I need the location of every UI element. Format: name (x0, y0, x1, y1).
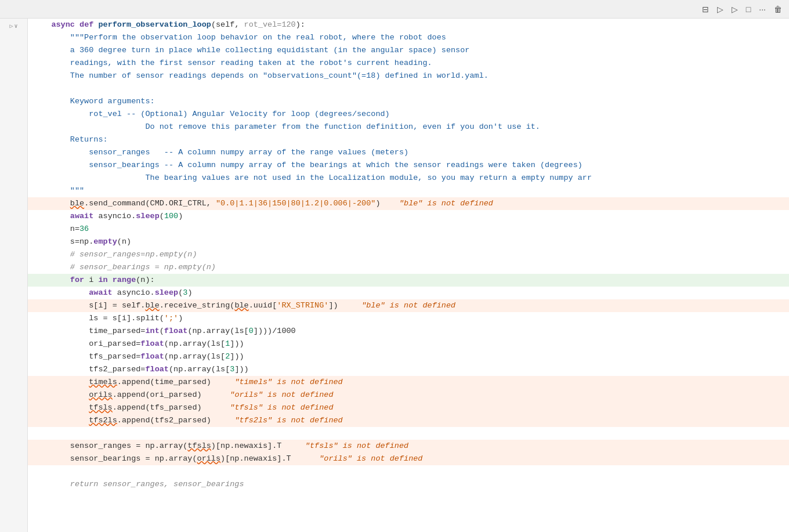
line-content: ls = s[i].split(';') (28, 312, 789, 325)
line-content: Keyword arguments: (28, 95, 789, 108)
table-row: Returns: (28, 133, 789, 146)
table-row: tfs2_parsed=float(np.array(ls[3])) (28, 363, 789, 376)
line-content: return sensor_ranges, sensor_bearings (28, 478, 789, 491)
line-content: await asyncio.sleep(100) (28, 210, 789, 223)
table-row: s=np.empty(n) (28, 236, 789, 248)
toolbar: ⊟ ▷ ▷ □ ··· 🗑 (0, 0, 789, 19)
table-row: Do not remove this parameter from the fu… (28, 121, 789, 133)
line-content: sensor_bearings -- A column numpy array … (28, 159, 789, 172)
table-row: """Perform the observation loop behavior… (28, 31, 789, 44)
table-row: a 360 degree turn in place while collect… (28, 44, 789, 57)
code-lines: async def perform_observation_loop(self,… (28, 19, 789, 532)
line-content: """ (28, 184, 789, 197)
line-content: """Perform the observation loop behavior… (28, 31, 789, 44)
table-row: sensor_ranges -- A column numpy array of… (28, 146, 789, 159)
line-content: s=np.empty(n) (28, 236, 789, 248)
table-row: await asyncio.sleep(100) (28, 210, 789, 223)
line-content: The bearing values are not used in the L… (28, 172, 789, 184)
line-content: Do not remove this parameter from the fu… (28, 121, 789, 133)
toolbar-btn-more[interactable]: ··· (757, 3, 768, 15)
table-row: """ (28, 184, 789, 197)
table-row: sensor_ranges = np.array(tfsls)[np.newax… (28, 440, 789, 453)
table-row: tfsls.append(tfs_parsed) "tfsls" is not … (28, 401, 789, 414)
gutter-controls[interactable]: ▷ ∨ (0, 19, 27, 34)
line-content: a 360 degree turn in place while collect… (28, 44, 789, 57)
table-row: tfs2ls.append(tfs2_parsed) "tfs2ls" is n… (28, 414, 789, 427)
table-row: for i in range(n): (28, 274, 789, 287)
table-row: The number of sensor readings depends on… (28, 70, 789, 82)
table-row: ble.send_command(CMD.ORI_CTRL, "0.0|1.1|… (28, 197, 789, 210)
line-content: sensor_ranges = np.array(tfsls)[np.newax… (28, 440, 789, 453)
table-row: Keyword arguments: (28, 95, 789, 108)
line-content: rot_vel -- (Optional) Angular Velocity f… (28, 108, 789, 121)
toolbar-btn-delete[interactable]: 🗑 (772, 3, 784, 15)
table-row: ori_parsed=float(np.array(ls[1])) (28, 338, 789, 350)
line-content: async def perform_observation_loop(self,… (28, 19, 789, 31)
line-content: sensor_bearings = np.array(orils)[np.new… (28, 453, 789, 465)
line-content: tfs2_parsed=float(np.array(ls[3])) (28, 363, 789, 376)
table-row (28, 465, 789, 478)
table-row: The bearing values are not used in the L… (28, 172, 789, 184)
table-row: # sensor_ranges=np.empty(n) (28, 248, 789, 261)
table-row: return sensor_ranges, sensor_bearings (28, 478, 789, 491)
table-row: time_parsed=int(float(np.array(ls[0])))/… (28, 325, 789, 338)
line-content: # sensor_ranges=np.empty(n) (28, 248, 789, 261)
table-row: s[i] = self.ble.receive_string(ble.uuid[… (28, 299, 789, 312)
gutter: ▷ ∨ (0, 19, 28, 532)
table-row (28, 427, 789, 440)
gutter-arrow-down[interactable]: ∨ (15, 23, 18, 30)
toolbar-btn-run1[interactable]: ▷ (715, 3, 726, 15)
table-row: async def perform_observation_loop(self,… (28, 19, 789, 31)
table-row: sensor_bearings = np.array(orils)[np.new… (28, 453, 789, 465)
line-content: for i in range(n): (28, 274, 789, 287)
line-content: tfs2ls.append(tfs2_parsed) "tfs2ls" is n… (28, 414, 789, 427)
line-content (28, 82, 789, 95)
table-row: readings, with the first sensor reading … (28, 57, 789, 70)
code-area: ▷ ∨ async def perform_observation_loop(s… (0, 19, 789, 532)
line-content: s[i] = self.ble.receive_string(ble.uuid[… (28, 299, 789, 312)
line-content: time_parsed=int(float(np.array(ls[0])))/… (28, 325, 789, 338)
editor-container: ⊟ ▷ ▷ □ ··· 🗑 ▷ ∨ async def perform_obse… (0, 0, 789, 532)
line-content: orils.append(ori_parsed) "orils" is not … (28, 389, 789, 401)
line-content: tfs_parsed=float(np.array(ls[2])) (28, 350, 789, 363)
table-row (28, 82, 789, 95)
line-content (28, 427, 789, 440)
line-content: The number of sensor readings depends on… (28, 70, 789, 82)
line-content (28, 465, 789, 478)
table-row: rot_vel -- (Optional) Angular Velocity f… (28, 108, 789, 121)
table-row: timels.append(time_parsed) "timels" is n… (28, 376, 789, 389)
table-row: sensor_bearings -- A column numpy array … (28, 159, 789, 172)
table-row: await asyncio.sleep(3) (28, 287, 789, 299)
line-content: await asyncio.sleep(3) (28, 287, 789, 299)
line-content: n=36 (28, 223, 789, 236)
line-content: ble.send_command(CMD.ORI_CTRL, "0.0|1.1|… (28, 197, 789, 210)
gutter-arrow-left[interactable]: ▷ (9, 23, 13, 30)
toolbar-btn-stop[interactable]: □ (744, 3, 753, 15)
line-content: tfsls.append(tfs_parsed) "tfsls" is not … (28, 401, 789, 414)
line-content: ori_parsed=float(np.array(ls[1])) (28, 338, 789, 350)
table-row: tfs_parsed=float(np.array(ls[2])) (28, 350, 789, 363)
line-content: Returns: (28, 133, 789, 146)
line-content: # sensor_bearings = np.empty(n) (28, 261, 789, 274)
table-row: # sensor_bearings = np.empty(n) (28, 261, 789, 274)
table-row: orils.append(ori_parsed) "orils" is not … (28, 389, 789, 401)
toolbar-btn-run2[interactable]: ▷ (729, 3, 740, 15)
table-row: ls = s[i].split(';') (28, 312, 789, 325)
line-content: readings, with the first sensor reading … (28, 57, 789, 70)
line-content: sensor_ranges -- A column numpy array of… (28, 146, 789, 159)
toolbar-btn-collapse[interactable]: ⊟ (700, 3, 711, 15)
table-row: n=36 (28, 223, 789, 236)
line-content: timels.append(time_parsed) "timels" is n… (28, 376, 789, 389)
